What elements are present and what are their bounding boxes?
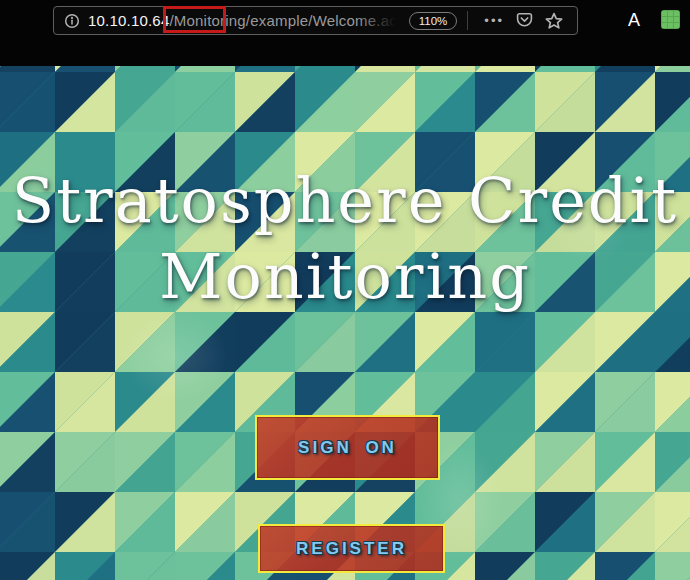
toolbar-divider bbox=[467, 11, 468, 30]
info-icon[interactable] bbox=[64, 13, 80, 29]
toolbar-letter-a-button[interactable]: A bbox=[622, 8, 646, 33]
page-title-line1: Stratosphere Credit bbox=[0, 163, 690, 239]
url-bar[interactable]: 10.10.10.64/Monitoring/example/Welcome.a… bbox=[53, 6, 578, 35]
page-title: Stratosphere CreditMonitoring bbox=[0, 163, 690, 315]
star-icon bbox=[545, 12, 563, 30]
zoom-level-badge[interactable]: 110% bbox=[409, 12, 458, 30]
pocket-save-button[interactable] bbox=[516, 7, 533, 34]
browser-window: 10.10.10.64/Monitoring/example/Welcome.a… bbox=[0, 0, 690, 580]
ellipsis-icon: ••• bbox=[484, 14, 504, 27]
webpage-hero: Stratosphere CreditMonitoring SIGN ON RE… bbox=[0, 66, 690, 580]
extension-grid-icon[interactable] bbox=[661, 10, 680, 29]
bookmark-star-button[interactable] bbox=[545, 7, 563, 34]
url-host: 10.10.10.64 bbox=[88, 12, 169, 29]
page-title-line2: Monitoring bbox=[0, 239, 690, 315]
url-text[interactable]: 10.10.10.64/Monitoring/example/Welcome.a… bbox=[88, 12, 403, 29]
pocket-icon bbox=[516, 12, 533, 29]
sign-on-button[interactable]: SIGN ON bbox=[255, 415, 440, 480]
overflow-menu-button[interactable]: ••• bbox=[484, 7, 504, 34]
browser-toolbar: 10.10.10.64/Monitoring/example/Welcome.a… bbox=[0, 0, 690, 66]
background-texture bbox=[0, 66, 690, 580]
url-path: /Monitoring/example/Welcome.ac bbox=[169, 12, 396, 29]
register-button[interactable]: REGISTER bbox=[258, 524, 445, 573]
